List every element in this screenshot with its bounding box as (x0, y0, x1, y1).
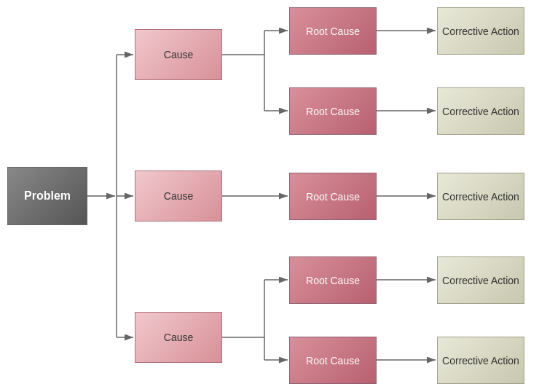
rootcause-node-1[interactable]: Root Cause (289, 7, 377, 55)
corrective-3-label: Corrective Action (442, 191, 519, 203)
rootcause-1-label: Root Cause (306, 26, 360, 37)
rootcause-node-2[interactable]: Root Cause (289, 87, 377, 135)
corrective-2-label: Corrective Action (442, 106, 519, 117)
rootcause-node-3[interactable]: Root Cause (289, 173, 377, 220)
rootcause-3-label: Root Cause (306, 191, 360, 203)
corrective-node-5[interactable]: Corrective Action (437, 337, 524, 384)
corrective-5-label: Corrective Action (442, 355, 519, 366)
cause-1-label: Cause (164, 49, 193, 60)
corrective-4-label: Corrective Action (442, 275, 519, 286)
diagram: Problem Cause Cause Cause Root Cause Roo… (0, 0, 539, 392)
rootcause-node-4[interactable]: Root Cause (289, 256, 377, 304)
corrective-node-1[interactable]: Corrective Action (437, 7, 524, 55)
cause-2-label: Cause (164, 190, 193, 202)
corrective-node-3[interactable]: Corrective Action (437, 173, 524, 220)
cause-node-2[interactable]: Cause (135, 170, 222, 222)
corrective-node-4[interactable]: Corrective Action (437, 256, 524, 304)
rootcause-node-5[interactable]: Root Cause (289, 337, 377, 384)
cause-3-label: Cause (164, 332, 193, 343)
problem-node[interactable]: Problem (7, 167, 87, 225)
rootcause-2-label: Root Cause (306, 106, 360, 117)
rootcause-4-label: Root Cause (306, 275, 360, 286)
cause-node-3[interactable]: Cause (135, 312, 222, 363)
cause-node-1[interactable]: Cause (135, 29, 222, 80)
corrective-1-label: Corrective Action (442, 26, 519, 37)
rootcause-5-label: Root Cause (306, 355, 360, 366)
problem-label: Problem (24, 189, 71, 203)
corrective-node-2[interactable]: Corrective Action (437, 87, 524, 135)
